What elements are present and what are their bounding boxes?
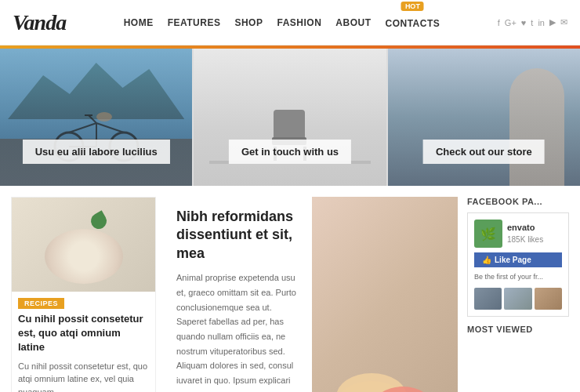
fb-like-label: Like Page [495, 256, 531, 264]
macarons-illustration [309, 295, 458, 392]
facebook-icon[interactable]: f [498, 18, 500, 27]
card-large-title: Nibh reformidans dissentiunt et sit, mea [176, 208, 301, 263]
svg-line-6 [89, 115, 96, 123]
hero-slider: Usu eu alii labore lucilius Get in touch… [0, 49, 580, 186]
svg-line-2 [69, 123, 96, 132]
fb-description: Be the first of your fr... [474, 272, 562, 283]
recipes-badge[interactable]: RECIPES [18, 298, 64, 309]
food-green-decoration [88, 210, 109, 231]
nav-shop[interactable]: SHOP [234, 17, 263, 28]
thumbs-up-icon: 👍 [482, 256, 491, 264]
nav-home[interactable]: HOME [124, 17, 154, 28]
svg-line-3 [96, 123, 124, 132]
food-plate-decoration [45, 229, 123, 284]
social-icons: f G+ ♥ t in ▶ ✉ [498, 17, 567, 27]
card-small-image [12, 198, 155, 292]
facebook-widget: 🌿 envato 185K likes 👍 Like Page Be the f… [467, 212, 569, 317]
header: Vanda HOME FEATURES SHOP FASHION ABOUT H… [0, 0, 580, 45]
fb-thumbnails [474, 288, 562, 310]
fb-like-button[interactable]: 👍 Like Page [474, 252, 562, 267]
pinterest-icon[interactable]: ♥ [521, 18, 527, 27]
card-small: RECIPES Cu nihil possit consetetur est, … [11, 197, 156, 392]
hero-slide-3[interactable]: Check out our store [388, 49, 580, 186]
nav-fashion[interactable]: FASHION [277, 17, 321, 28]
fb-avatar: 🌿 [474, 220, 502, 248]
nav-contacts-wrap: HOT CONTACTS [385, 16, 440, 30]
instagram-icon[interactable]: in [538, 18, 545, 27]
card-large-image [297, 197, 458, 392]
sidebar: FACEBOOK PA... 🌿 envato 185K likes 👍 Lik… [467, 197, 569, 392]
facebook-section-title: FACEBOOK PA... [467, 197, 569, 206]
fb-thumb-3[interactable] [535, 288, 562, 310]
main-content: RECIPES Cu nihil possit consetetur est, … [0, 186, 580, 392]
hero-slide-2[interactable]: Get in touch with us [194, 49, 386, 186]
svg-point-8 [96, 112, 112, 122]
slide-2-caption: Get in touch with us [229, 140, 351, 164]
person-silhouette [509, 68, 564, 186]
card-large-content: Nibh reformidans dissentiunt et sit, mea… [165, 197, 312, 392]
fb-thumb-2[interactable] [504, 288, 531, 310]
slide-1-caption: Usu eu alii labore lucilius [23, 140, 170, 164]
google-plus-icon[interactable]: G+ [505, 18, 517, 27]
fb-page-header: 🌿 envato 185K likes [474, 220, 562, 248]
card-large: Nibh reformidans dissentiunt et sit, mea… [165, 197, 458, 392]
card-small-text: Cu nihil possit consetetur est, quo atqi… [12, 360, 155, 392]
most-viewed-title: MOST VIEWED [467, 325, 569, 334]
tumblr-icon[interactable]: t [531, 18, 533, 27]
fb-thumb-1[interactable] [474, 288, 502, 310]
card-small-title[interactable]: Cu nihil possit consetetur est, quo atqi… [12, 312, 155, 360]
card-large-text: Animal proprise expetenda usu et, graeco… [176, 270, 301, 392]
hot-badge: HOT [401, 2, 424, 11]
main-nav: HOME FEATURES SHOP FASHION ABOUT HOT CON… [124, 16, 440, 30]
nav-features[interactable]: FEATURES [168, 17, 221, 28]
fb-likes: 185K likes [507, 234, 543, 245]
email-icon[interactable]: ✉ [560, 17, 567, 27]
nav-contacts[interactable]: CONTACTS [385, 18, 440, 29]
youtube-icon[interactable]: ▶ [549, 17, 556, 27]
fb-info: envato 185K likes [507, 222, 543, 245]
logo[interactable]: Vanda [13, 10, 66, 35]
slide-3-caption: Check out our store [423, 140, 545, 164]
hero-slide-1[interactable]: Usu eu alii labore lucilius [0, 49, 192, 186]
nav-about[interactable]: ABOUT [335, 17, 371, 28]
fb-page-name: envato [507, 222, 543, 234]
